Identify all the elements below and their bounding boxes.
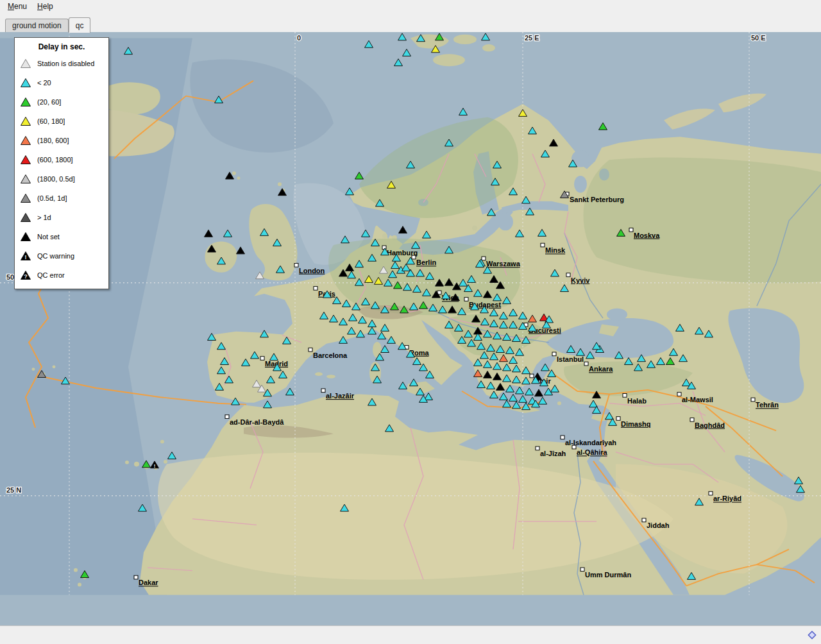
tab-qc[interactable]: qc (69, 17, 91, 33)
legend-items: Station is disabled< 20(20, 60](60, 180]… (15, 54, 108, 285)
city-label: ar-Riyâd (713, 495, 741, 503)
city-label: Halab (627, 397, 647, 405)
city-square-icon (709, 491, 713, 495)
legend-panel: Delay in sec. Station is disabled< 20(20… (14, 37, 109, 289)
city-label: al-Qâhira (577, 449, 608, 457)
map-svg[interactable]: 025 E50 E50 N25 N LondonParisHamburgBerl… (0, 32, 821, 625)
city-label: Umm Durmân (585, 571, 631, 579)
legend-swatch-icon: ? (20, 270, 31, 280)
legend-item-label: QC warning (37, 252, 74, 260)
svg-text:!: ! (25, 254, 27, 260)
map-artwork (0, 32, 821, 595)
grid-label: 25 E (525, 35, 539, 42)
legend-item: (0.5d, 1d] (15, 189, 108, 208)
city-square-icon (561, 436, 564, 439)
legend-item-label: Station is disabled (37, 60, 94, 67)
city-label: Istanbul (557, 355, 584, 363)
svg-text:?: ? (24, 273, 28, 280)
city-label: Minsk (545, 247, 565, 255)
city-square-icon (536, 446, 539, 450)
city-square-icon (412, 255, 416, 259)
city-square-icon (225, 415, 229, 419)
legend-item: > 1d (15, 208, 108, 227)
city-square-icon (309, 348, 312, 352)
city-label: Kyyiv (571, 276, 589, 284)
city-label: Dimashq (621, 420, 650, 428)
legend-item-label: > 1d (37, 214, 51, 221)
legend-swatch-icon (20, 97, 31, 107)
legend-item: Station is disabled (15, 54, 108, 73)
tab-ground-motion[interactable]: ground motion (5, 19, 69, 33)
map-area[interactable]: 025 E50 E50 N25 N LondonParisHamburgBerl… (0, 32, 821, 625)
legend-item: < 20 (15, 73, 108, 92)
grid-label: 25 N (6, 486, 21, 494)
legend-item: ?QC error (15, 266, 108, 285)
legend-swatch-icon (20, 116, 31, 126)
legend-item: !QC warning (15, 246, 108, 266)
legend-item-label: (0.5d, 1d] (37, 194, 67, 202)
city-label: Tehrân (756, 402, 779, 409)
grid-label: 50 E (751, 35, 766, 42)
legend-title: Delay in sec. (15, 42, 108, 51)
station-qc-glyph: ! (154, 463, 156, 469)
legend-item-label: (600, 1800] (37, 156, 73, 164)
city-label: al-Jîzah (540, 450, 566, 458)
legend-item-label: Not set (37, 233, 60, 241)
city-square-icon (464, 298, 468, 301)
city-label: ad-Dâr-al-Baydâ (230, 418, 284, 426)
city-label: Ankara (589, 366, 613, 373)
city-label: Moskva (634, 232, 660, 239)
city-square-icon (541, 243, 545, 247)
legend-item-label: (180, 600] (37, 137, 69, 144)
legend-item: (600, 1800] (15, 150, 108, 169)
city-square-icon (751, 398, 755, 402)
legend-item: (20, 60] (15, 92, 108, 112)
legend-item-label: QC error (37, 271, 65, 279)
legend-swatch-icon (20, 58, 31, 69)
menu-item-menu[interactable]: Menu (3, 0, 32, 12)
network-status-icon[interactable] (807, 630, 817, 640)
city-square-icon (677, 393, 681, 396)
grid-label: 0 (297, 35, 301, 42)
city-label: Warszawa (486, 260, 521, 268)
city-square-icon (260, 357, 264, 360)
legend-swatch-icon: ! (20, 251, 31, 261)
statusbar (0, 625, 821, 644)
city-square-icon (616, 417, 620, 421)
city-square-icon (584, 362, 588, 366)
legend-swatch-icon (20, 78, 31, 88)
city-label: Sankt Peterburg (570, 196, 624, 203)
legend-swatch-icon (20, 174, 31, 184)
city-square-icon (566, 273, 570, 277)
menu-item-help[interactable]: Help (32, 0, 58, 12)
legend-item: (180, 600] (15, 131, 108, 150)
legend-item: (60, 180] (15, 112, 108, 131)
legend-item-label: (60, 180] (37, 117, 65, 125)
city-label: al-Jazâir (326, 392, 355, 400)
app-window: MenuHelp ground motionqc (0, 0, 821, 644)
legend-item-label: < 20 (37, 79, 51, 87)
city-square-icon (552, 352, 556, 356)
legend-item: Not set (15, 227, 108, 246)
city-square-icon (134, 575, 138, 579)
city-square-icon (642, 518, 646, 522)
city-square-icon (629, 228, 633, 232)
city-square-icon (690, 418, 694, 421)
city-label: London (299, 267, 325, 275)
legend-swatch-icon (20, 193, 31, 203)
legend-swatch-icon (20, 155, 31, 165)
city-square-icon (580, 568, 584, 572)
city-label: Barcelona (313, 352, 348, 359)
legend-item-label: (20, 60] (37, 98, 61, 106)
city-square-icon (623, 394, 627, 398)
legend-swatch-icon (20, 212, 31, 223)
tabbar: ground motionqc (0, 13, 821, 32)
legend-item-label: (1800, 0.5d] (37, 175, 75, 183)
city-square-icon (294, 264, 298, 267)
menubar: MenuHelp (0, 0, 821, 13)
city-label: Baghdâd (695, 421, 725, 429)
city-label: al-Mawsil (682, 396, 713, 403)
city-label: Berlin (416, 259, 436, 267)
city-square-icon (482, 257, 486, 260)
city-square-icon (321, 389, 325, 393)
